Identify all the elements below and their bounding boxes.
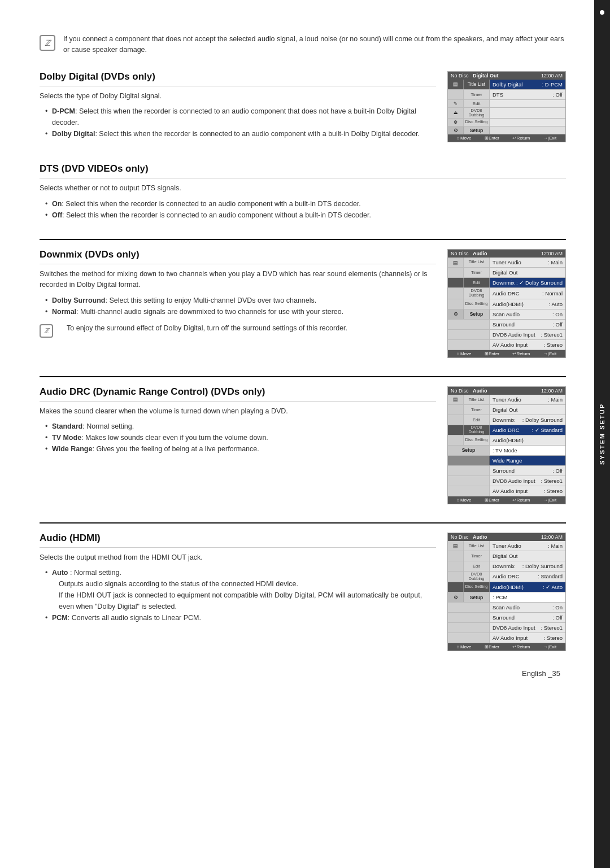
ui-drc-downmix-content: Downmix: Dolby Surround	[490, 415, 565, 425]
ui-label-setup2: Setup	[464, 309, 490, 319]
dts-off-text: : Select this when the recorder is conne…	[62, 211, 371, 219]
ui-header-dolby: No Disc Digital Out 12:00 AM	[448, 72, 565, 80]
ui-drc-surround: Surround: Off	[448, 466, 565, 476]
ui-surround-row: Surround : Off	[448, 320, 565, 330]
tv-mode-term: TV Mode	[52, 434, 81, 442]
ui-header-downmix: No Disc Audio 12:00 AM	[448, 250, 565, 258]
ui-header-right: 12:00 AM	[541, 73, 563, 78]
ui-drc-downmix: Edit Downmix: Dolby Surround	[448, 415, 565, 425]
ui-sidebar-timer: Timer	[464, 90, 490, 99]
ui-scan-audio-row: ⚙ Setup Scan Audio : On	[448, 309, 565, 320]
ui-footer-dolby: ↕ Move ⊞Enter ↩Return →|Exit	[448, 134, 565, 142]
ui-icon-edit: ✎	[448, 100, 464, 107]
audio-drc-desc: Makes the sound clearer when the volume …	[40, 406, 436, 417]
bullet-dts-on: On: Select this when the recorder is con…	[45, 198, 566, 210]
downmix-divider	[40, 239, 566, 240]
ui-footer-downmix: ↕ Move ⊞Enter ↩Return →|Exit	[448, 350, 565, 357]
bullet-dd-term: Dolby Digital	[52, 130, 95, 138]
tv-mode-text: : Makes low sounds clear even if you tur…	[81, 434, 268, 442]
dts-bullets: On: Select this when the recorder is con…	[40, 198, 566, 221]
ui-drc-audio-drc-row: DVD8 Dubbing Audio DRC: ✓ Standard	[448, 425, 565, 435]
bullet-tv-mode: TV Mode: Makes low sounds clear even if …	[45, 432, 436, 443]
dolby-digital-desc: Selects the type of Dolby Digital signal…	[40, 91, 436, 102]
ui-icon-setup2: ⚙	[448, 309, 464, 319]
side-tab-dot	[600, 10, 604, 15]
ui-downmix-tuner: ▤ Title List Tuner Audio : Main	[448, 258, 565, 268]
audio-drc-title: Audio DRC (Dynamic Range Control) (DVDs …	[40, 386, 436, 402]
ui-hdmi-tuner: ▤ Title List Tuner Audio: Main	[448, 541, 565, 551]
ui-label-disc2: Disc Setting	[464, 299, 490, 309]
footer-enter: ⊞Enter	[485, 136, 499, 141]
ui-hdmi-digital: Timer Digital Out	[448, 551, 565, 561]
pcm-term: PCM	[52, 614, 68, 622]
ui-row-dvd8-content	[490, 108, 565, 119]
side-tab-label: SYSTEM SETUP	[599, 403, 605, 465]
ui-header-left: No Disc Digital Out	[451, 73, 499, 78]
ui-scan-audio-content: Scan Audio : On	[490, 309, 565, 319]
ui-mockup-dolby: No Disc Digital Out 12:00 AM ▤ Title Lis…	[447, 71, 566, 143]
downmix-note-text: To enjoy the surround effect of Dolby Di…	[67, 323, 347, 334]
audio-hdmi-title: Audio (HDMI)	[40, 533, 436, 548]
ui-row-edit-content	[490, 100, 565, 107]
ui-hdmi-avinput-content: AV Audio Input: Stereo	[490, 633, 565, 643]
ui-drc-avinput-content: AV Audio Input: Stereo	[490, 486, 565, 496]
ui-downmix-content: Downmix : ✓ Dolby Surround	[490, 278, 565, 287]
ui-icon-setup: ⚙	[448, 127, 464, 134]
ui-drc-widerange: Wide Range	[448, 456, 565, 466]
ui-icon-disc: ⚙	[448, 119, 464, 126]
page-number: English _35	[40, 669, 566, 678]
dts-title: DTS (DVD VIDEOs only)	[40, 163, 566, 178]
side-tab: SYSTEM SETUP	[594, 0, 610, 868]
downmix-bullets: Dolby Surround: Select this setting to e…	[40, 295, 436, 317]
note-text: If you connect a component that does not…	[63, 34, 566, 55]
ui-hdmi-digital-content: Digital Out	[490, 551, 565, 561]
ui-row-edit: ✎ Edit	[448, 100, 565, 108]
ui-audio-hdmi-row: Disc Setting Audio(HDMI) : Auto	[448, 299, 565, 309]
ui-row-setup: ⚙ Setup	[448, 127, 565, 134]
ui-hdmi-tuner-content: Tuner Audio: Main	[490, 541, 565, 551]
bullet-dpcm: D-PCM: Select this when the recorder is …	[45, 106, 436, 128]
ui-dvd8-audio-input-row: DVD8 Audio Input : Stereo1	[448, 330, 565, 340]
ui-mockup-audio-drc: No Disc Audio 12:00 AM ▤ Title List Tune…	[447, 386, 566, 504]
wide-range-term: Wide Range	[52, 445, 92, 453]
audio-drc-divider	[40, 376, 566, 377]
standard-term: Standard	[52, 422, 82, 430]
ui-audio-drc-content: Audio DRC : Normal	[490, 288, 565, 299]
ui-downmix-digital: Timer Digital Out	[448, 268, 565, 278]
ui-drc-digital-content: Digital Out	[490, 405, 565, 415]
ui-drc-tuner: ▤ Title List Tuner Audio: Main	[448, 395, 565, 405]
ui-surround-content: Surround : Off	[490, 320, 565, 329]
ui-av-audio-input-row: AV Audio Input : Stereo	[448, 340, 565, 350]
ui-sidebar-dvd8: DVD8 Dubbing	[464, 108, 490, 119]
downmix-note: ℤ To enjoy the surround effect of Dolby …	[40, 323, 436, 338]
bullet-auto: Auto : Normal setting. Outputs audio sig…	[45, 567, 436, 612]
ui-hdmi-audioh-row: Disc Setting Audio(HDMI): ✓ Auto	[448, 582, 565, 592]
ui-label-dvd8dub2: DVD8 Dubbing	[464, 288, 490, 299]
bullet-pcm: PCM: Converts all audio signals to Linea…	[45, 612, 436, 623]
ui-dolby-digital-row: Dolby Digital : D-PCM	[490, 80, 565, 89]
ui-footer-drc: ↕ Move ⊞Enter ↩Return →|Exit	[448, 496, 565, 504]
bullet-wide-range: Wide Range: Gives you the feeling of bei…	[45, 443, 436, 455]
ui-icon-dvd8: ⏏	[448, 108, 464, 119]
ui-hdmi-drc: DVD8 Dubbing Audio DRC: Standard	[448, 572, 565, 583]
ui-audio-hdmi-content: Audio(HDMI) : Auto	[490, 299, 565, 309]
dolby-digital-bullets: D-PCM: Select this when the recorder is …	[40, 106, 436, 139]
pcm-text: : Converts all audio signals to Linear P…	[68, 614, 201, 622]
ui-hdmi-scan: Scan Audio: On	[448, 603, 565, 613]
auto-text2: Outputs audio signals according to the s…	[52, 578, 436, 590]
bullet-dpcm-text: : Select this when the recorder is conne…	[52, 107, 416, 127]
section-dolby-digital: Dolby Digital (DVDs only) Selects the ty…	[40, 71, 566, 146]
ui-hdmi-avinput: AV Audio Input: Stereo	[448, 633, 565, 643]
downmix-desc: Switches the method for mixing down to t…	[40, 269, 436, 290]
ui-hdmi-dvd8input-content: DVD8 Audio Input: Stereo1	[490, 623, 565, 633]
normal-term: Normal	[52, 308, 76, 316]
auto-text: : Normal setting.	[70, 569, 121, 577]
footer-return2: ↩Return	[512, 351, 530, 356]
ui-drc-digital: Timer Digital Out	[448, 405, 565, 415]
ui-drc-tvmode-content: : TV Mode	[490, 446, 565, 455]
ui-header-audio-drc: No Disc Audio 12:00 AM	[448, 387, 565, 395]
ui-row-setup-content	[490, 127, 565, 134]
ui-sidebar-titlelist: Title List	[464, 80, 490, 89]
ui-hdmi-audioh-content: Audio(HDMI): ✓ Auto	[490, 582, 565, 592]
footer-move: ↕ Move	[457, 136, 472, 141]
